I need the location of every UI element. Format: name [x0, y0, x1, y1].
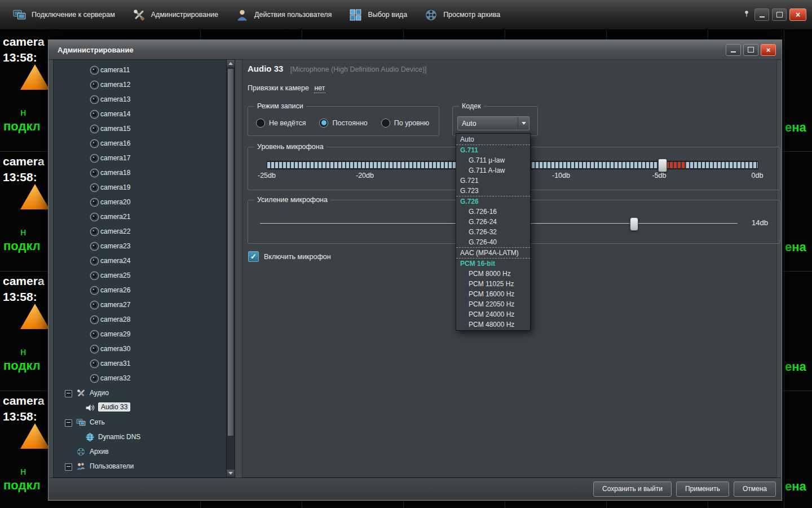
tree-item-label: camera30 [100, 345, 130, 353]
tree-item[interactable]: Аудио [54, 387, 227, 400]
radio-option[interactable]: По уровню [381, 119, 429, 128]
close-button[interactable]: × [789, 8, 806, 21]
tree-item[interactable]: camera12 [54, 79, 227, 91]
tree-item[interactable]: camera28 [54, 314, 227, 326]
codec-option[interactable]: Auto [456, 134, 530, 144]
chevron-down-icon[interactable] [518, 117, 529, 130]
tree-item-label: camera20 [100, 198, 130, 206]
tree-collapse-toggle[interactable] [65, 419, 72, 427]
tree-item[interactable]: camera31 [54, 358, 227, 370]
codec-select[interactable]: Auto [457, 116, 529, 130]
codec-option[interactable]: G.711 A-law [456, 165, 530, 176]
dialog-maximize-button[interactable] [743, 44, 758, 56]
level-tick-label: -25db [258, 172, 276, 179]
camera-tile-time: 13:58: [3, 410, 37, 423]
codec-option[interactable]: PCM 16000 Hz [456, 289, 530, 299]
codec-option[interactable]: G.726-40 [456, 237, 530, 247]
tree-item[interactable]: camera25 [54, 270, 227, 282]
tree-item[interactable]: camera17 [54, 152, 227, 165]
tree-item[interactable]: camera29 [54, 329, 227, 341]
toolbar-button-administration[interactable]: Администрирование [125, 4, 225, 26]
record-mode-group: Режим записи Не ведётсяПостоянноПо уровн… [248, 106, 439, 136]
tree-item[interactable]: Dynamic DNS [54, 431, 227, 444]
codec-option[interactable]: G.721 [456, 176, 530, 186]
tree-scrollbar[interactable] [226, 59, 235, 478]
cancel-button[interactable]: Отмена [734, 481, 776, 497]
camera-status-fragment: н [20, 465, 27, 478]
tree-item[interactable]: Архив [54, 446, 227, 458]
tree-item[interactable]: camera19 [54, 182, 227, 194]
camera-icon [90, 80, 99, 90]
codec-dropdown-list: AutoG.711G.711 µ-lawG.711 A-lawG.721G.72… [456, 133, 531, 331]
tree-item[interactable]: camera24 [54, 255, 227, 268]
tree-item-label: camera26 [100, 286, 130, 294]
toolbar-button-view-select[interactable]: Выбор вида [342, 4, 414, 26]
tree-item[interactable]: camera26 [54, 284, 227, 297]
tree-item[interactable]: camera22 [54, 226, 227, 238]
dialog-close-button[interactable]: × [761, 44, 776, 56]
mic-enable-row[interactable]: ✓ Включить микрофон [248, 251, 331, 262]
codec-option[interactable]: PCM 24000 Hz [456, 309, 530, 319]
tree-item[interactable]: camera27 [54, 299, 227, 312]
apply-button[interactable]: Применить [676, 481, 729, 497]
minimize-button[interactable] [754, 8, 769, 21]
tree-item[interactable]: camera32 [54, 373, 227, 385]
tree-collapse-toggle[interactable] [65, 463, 72, 471]
codec-option[interactable]: G.726-24 [456, 217, 530, 227]
pin-button[interactable] [742, 8, 752, 21]
level-tick-label: -20db [356, 172, 374, 179]
tree-item[interactable]: Пользователи [54, 461, 227, 473]
codec-option[interactable]: PCM 8000 Hz [456, 269, 530, 279]
codec-option[interactable]: G.711 µ-law [456, 155, 530, 165]
binding-value-link[interactable]: нет [314, 84, 325, 93]
tree-item[interactable]: camera13 [54, 94, 227, 106]
maximize-button[interactable] [772, 8, 787, 21]
tools-icon [76, 388, 86, 398]
radio-option[interactable]: Не ведётся [256, 119, 306, 128]
codec-option[interactable]: PCM 48000 Hz [456, 319, 530, 330]
tree-item-label: camera32 [100, 374, 130, 382]
radio-label: Постоянно [332, 119, 367, 127]
scrollbar-thumb[interactable] [227, 68, 234, 436]
radio-label: По уровню [394, 119, 429, 127]
codec-option[interactable]: PCM 11025 Hz [456, 279, 530, 289]
toolbar-button-label: Администрирование [151, 11, 218, 19]
mic-gain-slider-thumb[interactable] [630, 217, 638, 231]
tree-item[interactable]: Audio 33 [54, 402, 227, 414]
toolbar-button-server-connect[interactable]: Подключение к серверам [6, 4, 122, 26]
codec-option[interactable]: PCM 22050 Hz [456, 299, 530, 309]
camera-icon [90, 154, 99, 163]
radio-option[interactable]: Постоянно [319, 119, 367, 128]
tree-item[interactable]: camera18 [54, 167, 227, 179]
mic-level-slider-thumb[interactable] [658, 159, 667, 172]
codec-option[interactable]: AAC (MP4A-LATM) [456, 247, 530, 258]
tree-item-label: camera31 [100, 360, 130, 367]
tree-collapse-toggle[interactable] [65, 390, 72, 397]
checkbox-checked-icon[interactable]: ✓ [248, 251, 259, 262]
toolbar-button-user-actions[interactable]: Действия пользователя [228, 4, 338, 26]
save-and-exit-button[interactable]: Сохранить и выйти [593, 481, 672, 497]
tree-item[interactable]: camera16 [54, 138, 227, 150]
dialog-titlebar[interactable]: Администрирование × [48, 40, 782, 60]
codec-group-header: G.711 [456, 144, 530, 155]
tree-item[interactable]: camera21 [54, 211, 227, 224]
level-tick-label: -10db [552, 172, 570, 179]
scroll-down-arrow[interactable] [227, 470, 235, 477]
codec-option[interactable]: G.723 [456, 186, 530, 196]
tree-item[interactable]: camera30 [54, 343, 227, 356]
tree-item[interactable]: camera14 [54, 108, 227, 121]
tree-item[interactable]: camera15 [54, 123, 227, 135]
toolbar-button-label: Выбор вида [368, 11, 407, 19]
camera-status-fragment: подкл [3, 358, 41, 373]
camera-status-fragment: н [20, 226, 27, 238]
codec-option[interactable]: G.726-32 [456, 227, 530, 237]
camera-icon [90, 359, 99, 369]
tree-item[interactable]: Сеть [54, 417, 227, 429]
tree-item[interactable]: camera20 [54, 196, 227, 209]
tree-item[interactable]: camera11 [54, 64, 227, 77]
toolbar-button-archive-view[interactable]: Просмотр архива [417, 4, 507, 26]
tree-item[interactable]: camera23 [54, 240, 227, 253]
scroll-up-arrow[interactable] [227, 60, 235, 67]
codec-option[interactable]: G.726-16 [456, 207, 530, 217]
dialog-minimize-button[interactable] [726, 44, 741, 56]
